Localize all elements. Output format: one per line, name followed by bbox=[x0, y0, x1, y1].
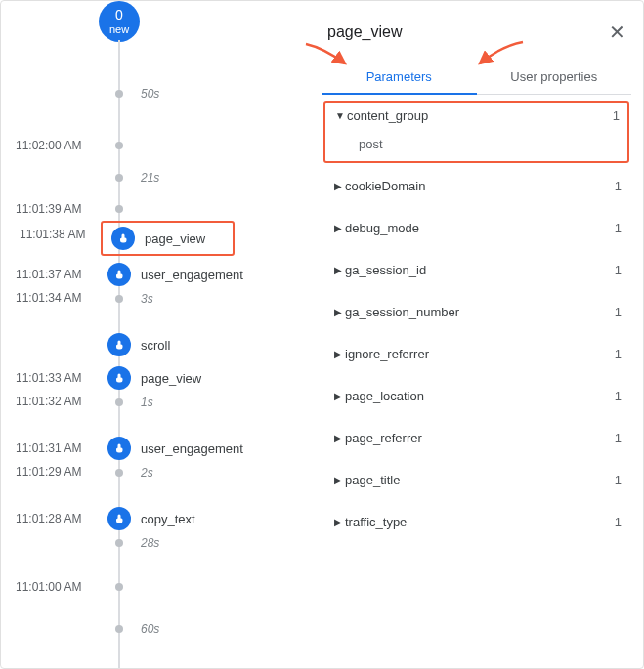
touch-icon bbox=[107, 333, 131, 356]
new-count: 0 bbox=[115, 8, 123, 22]
tab-user-properties[interactable]: User properties bbox=[477, 60, 632, 94]
param-count: 1 bbox=[615, 221, 622, 235]
timestamp-column bbox=[1, 1, 99, 668]
new-events-badge[interactable]: 0 new bbox=[99, 1, 140, 42]
param-name: debug_mode bbox=[345, 221, 615, 235]
timestamp-label: 11:01:32 AM bbox=[16, 395, 81, 408]
event-label: page_view bbox=[145, 231, 205, 246]
chevron-right-icon: ▶ bbox=[331, 265, 345, 275]
close-icon[interactable]: ✕ bbox=[609, 22, 625, 42]
timestamp-label: 11:01:29 AM bbox=[16, 465, 81, 479]
param-name: ignore_referrer bbox=[345, 347, 615, 361]
touch-icon bbox=[107, 263, 131, 286]
parameter-row[interactable]: ▶page_title1 bbox=[322, 459, 631, 501]
parameter-row[interactable]: ▶debug_mode1 bbox=[322, 207, 631, 249]
chevron-right-icon: ▶ bbox=[331, 307, 345, 317]
timeline-dot bbox=[115, 174, 123, 182]
touch-icon bbox=[111, 227, 135, 250]
parameter-list: ▼ content_group 1 post ▶cookieDomain1▶de… bbox=[322, 97, 631, 658]
timeline-event[interactable]: copy_text11:01:28 AM bbox=[99, 507, 195, 530]
param-count: 1 bbox=[615, 431, 622, 445]
param-count: 1 bbox=[615, 389, 622, 403]
param-name: page_referrer bbox=[345, 431, 615, 445]
timeline-gap: 21s bbox=[99, 171, 159, 185]
timestamp-label: 11:02:00 AM bbox=[16, 139, 81, 152]
event-label: page_view bbox=[141, 371, 201, 386]
timestamp-label: 11:01:38 AM bbox=[20, 228, 85, 241]
parameter-row[interactable]: ▶page_location1 bbox=[322, 375, 631, 417]
detail-panel: page_view ✕ Parameters User properties ▼… bbox=[314, 1, 643, 668]
param-count: 1 bbox=[615, 347, 622, 361]
timeline-dot bbox=[115, 295, 123, 303]
param-count: 1 bbox=[615, 179, 622, 193]
timeline-event[interactable]: user_engagement11:01:37 AM bbox=[99, 263, 243, 286]
timestamp-label: 11:01:34 AM bbox=[16, 291, 81, 305]
chevron-right-icon: ▶ bbox=[331, 475, 345, 485]
timeline-dot bbox=[115, 142, 123, 149]
timeline-dot bbox=[115, 469, 123, 477]
timeline-dot bbox=[115, 205, 123, 213]
param-count: 1 bbox=[615, 515, 622, 529]
chevron-right-icon: ▶ bbox=[331, 391, 345, 401]
timestamp-label: 11:01:28 AM bbox=[16, 512, 81, 525]
timeline-dot bbox=[115, 625, 123, 633]
parameter-row[interactable]: ▶ignore_referrer1 bbox=[322, 333, 631, 375]
event-label: user_engagement bbox=[141, 441, 243, 456]
touch-icon bbox=[107, 437, 131, 460]
gap-label: 28s bbox=[141, 536, 159, 550]
new-label: new bbox=[109, 23, 129, 35]
param-name: traffic_type bbox=[345, 515, 615, 529]
timeline-dot bbox=[115, 398, 123, 406]
gap-label: 1s bbox=[141, 396, 153, 409]
timestamp-label: 11:01:31 AM bbox=[16, 441, 81, 455]
timeline-dot bbox=[115, 539, 123, 547]
timestamp-label: 11:01:00 AM bbox=[16, 580, 81, 594]
chevron-right-icon: ▶ bbox=[331, 517, 345, 527]
parameter-row[interactable]: ▶cookieDomain1 bbox=[322, 165, 631, 207]
param-count: 1 bbox=[615, 305, 622, 319]
gap-label: 21s bbox=[141, 171, 159, 185]
tab-parameters[interactable]: Parameters bbox=[322, 60, 477, 94]
chevron-right-icon: ▶ bbox=[331, 433, 345, 443]
timeline-event[interactable]: scroll bbox=[99, 333, 170, 356]
chevron-down-icon: ▼ bbox=[333, 110, 347, 121]
timeline-gap: 3s11:01:34 AM bbox=[99, 292, 153, 306]
timeline-event[interactable]: page_view11:01:33 AM bbox=[99, 366, 201, 390]
gap-label: 3s bbox=[141, 292, 153, 306]
timeline-gap: 60s bbox=[99, 622, 159, 636]
timeline-dot bbox=[115, 583, 123, 591]
chevron-right-icon: ▶ bbox=[331, 181, 345, 191]
gap-label: 2s bbox=[141, 466, 153, 480]
timeline-event[interactable]: page_view11:01:38 AM bbox=[101, 221, 235, 256]
timeline-tick: 11:01:39 AM bbox=[99, 205, 141, 213]
timeline-gap: 50s bbox=[99, 87, 159, 101]
param-name: ga_session_number bbox=[345, 305, 615, 319]
detail-tabs: Parameters User properties bbox=[322, 60, 631, 95]
gap-label: 60s bbox=[141, 622, 159, 636]
timeline-gap: 1s11:01:32 AM bbox=[99, 396, 153, 409]
param-count: 1 bbox=[615, 263, 622, 277]
touch-icon bbox=[107, 366, 131, 390]
timestamp-label: 11:01:37 AM bbox=[16, 268, 81, 281]
parameter-row[interactable]: ▶page_referrer1 bbox=[322, 417, 631, 459]
parameter-row[interactable]: ▶ga_session_id1 bbox=[322, 249, 631, 291]
timeline-column: 0 new 50s11:02:00 AM21s11:01:39 AMpage_v… bbox=[99, 1, 314, 668]
parameter-row[interactable]: ▶traffic_type1 bbox=[322, 501, 631, 543]
event-label: copy_text bbox=[141, 512, 195, 526]
parameter-expanded[interactable]: ▼ content_group 1 post bbox=[323, 101, 629, 163]
touch-icon bbox=[107, 507, 131, 530]
gap-label: 50s bbox=[141, 87, 159, 101]
event-label: user_engagement bbox=[141, 268, 243, 282]
chevron-right-icon: ▶ bbox=[331, 349, 345, 359]
timeline-event[interactable]: user_engagement11:01:31 AM bbox=[99, 437, 243, 460]
parameter-row[interactable]: ▶ga_session_number1 bbox=[322, 291, 631, 333]
timeline-tick: 11:01:00 AM bbox=[99, 583, 141, 591]
timestamp-label: 11:01:33 AM bbox=[16, 371, 81, 385]
param-name: ga_session_id bbox=[345, 263, 615, 277]
param-name: cookieDomain bbox=[345, 179, 615, 193]
timeline-gap: 28s bbox=[99, 536, 159, 550]
param-name: page_title bbox=[345, 473, 615, 487]
detail-title: page_view bbox=[327, 23, 403, 41]
param-name: page_location bbox=[345, 389, 615, 403]
timeline-gap: 2s11:01:29 AM bbox=[99, 466, 153, 480]
